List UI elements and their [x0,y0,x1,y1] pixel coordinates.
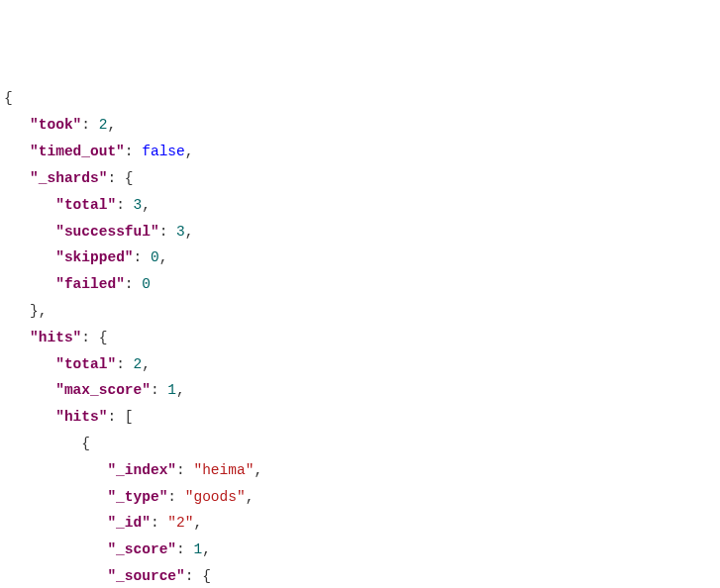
colon: : [107,409,124,425]
val-successful: 3 [176,224,185,240]
key-total: "total" [55,197,116,213]
key-max-score: "max_score" [55,382,151,398]
key-score: "_score" [107,541,176,557]
brace-open: { [81,436,90,451]
comma: , [107,117,116,133]
brace-open: { [125,170,134,186]
val-total: 3 [134,197,143,213]
colon: : [167,489,184,505]
key-failed: "failed" [55,276,125,292]
bracket-open: [ [125,409,134,425]
val-hits-total: 2 [134,356,143,372]
key-timed-out: "timed_out" [30,144,125,159]
colon: : [151,382,167,398]
brace-open: { [202,568,211,584]
colon: : [125,144,142,159]
key-type: "_type" [107,489,167,505]
comma: , [202,541,211,557]
val-skipped: 0 [151,249,159,265]
colon: : [116,356,133,372]
colon: : [107,170,124,186]
comma: , [185,224,194,240]
key-hits-array: "hits" [55,409,107,425]
comma: , [159,249,168,265]
colon: : [151,515,167,531]
colon: : [159,224,176,240]
val-index: "heima" [193,462,254,478]
comma: , [185,144,194,159]
json-response-code: { "took": 2, "timed_out": false, "_shard… [4,85,716,588]
val-failed: 0 [142,276,151,292]
comma: , [246,489,255,505]
brace-close: }, [30,303,47,319]
val-score: 1 [193,541,202,557]
key-source: "_source" [107,568,184,584]
key-successful: "successful" [55,224,158,240]
val-type: "goods" [185,489,246,505]
colon: : [81,117,98,133]
comma: , [142,356,151,372]
brace-open: { [99,330,108,345]
brace-open: { [4,90,13,106]
val-timed-out: false [142,144,185,159]
colon: : [116,197,133,213]
key-hits: "hits" [30,330,81,345]
comma: , [176,382,185,398]
colon: : [176,541,193,557]
comma: , [254,462,262,478]
key-skipped: "skipped" [55,249,133,265]
key-hits-total: "total" [55,356,116,372]
key-shards: "_shards" [30,170,107,186]
key-index: "_index" [107,462,176,478]
key-took: "took" [30,117,81,133]
val-max-score: 1 [167,382,176,398]
key-id: "_id" [107,515,151,531]
colon: : [176,462,193,478]
val-id: "2" [167,515,193,531]
comma: , [142,197,151,213]
colon: : [125,276,142,292]
colon: : [134,249,151,265]
colon: : [185,568,202,584]
colon: : [81,330,98,345]
comma: , [193,515,202,531]
